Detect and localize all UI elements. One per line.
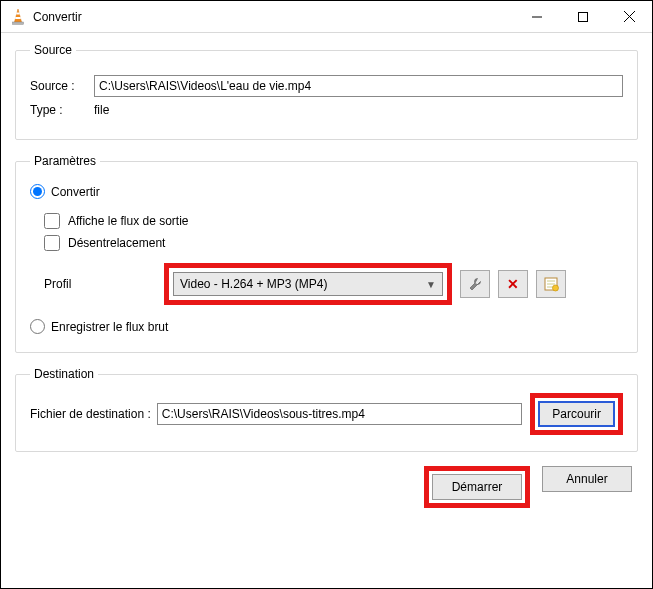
window-title: Convertir	[33, 10, 514, 24]
svg-rect-3	[13, 22, 24, 24]
svg-marker-0	[15, 9, 22, 22]
convert-radio-label: Convertir	[51, 185, 100, 199]
svg-point-12	[553, 285, 559, 291]
x-icon: ✕	[507, 276, 519, 292]
source-group: Source Source : Type : file	[15, 43, 638, 140]
dialog-footer: Démarrer Annuler	[15, 466, 638, 508]
settings-legend: Paramètres	[30, 154, 100, 168]
browse-button[interactable]: Parcourir	[538, 401, 615, 427]
title-bar: Convertir	[1, 1, 652, 33]
show-output-label: Affiche le flux de sortie	[68, 214, 189, 228]
convert-radio[interactable]	[30, 184, 45, 199]
profile-select[interactable]: Video - H.264 + MP3 (MP4) ▼	[173, 272, 443, 296]
profile-select-value: Video - H.264 + MP3 (MP4)	[180, 277, 328, 291]
raw-radio-label: Enregistrer le flux brut	[51, 320, 168, 334]
deinterlace-checkbox[interactable]	[44, 235, 60, 251]
destination-legend: Destination	[30, 367, 98, 381]
chevron-down-icon: ▼	[426, 279, 436, 290]
svg-rect-5	[579, 12, 588, 21]
close-button[interactable]	[606, 1, 652, 32]
type-label: Type :	[30, 103, 94, 117]
show-output-checkbox[interactable]	[44, 213, 60, 229]
new-profile-button[interactable]	[536, 270, 566, 298]
svg-rect-1	[16, 12, 20, 14]
destination-group: Destination Fichier de destination : Par…	[15, 367, 638, 452]
start-highlight: Démarrer	[424, 466, 530, 508]
start-button[interactable]: Démarrer	[432, 474, 522, 500]
wrench-icon	[467, 276, 483, 292]
profile-label: Profil	[44, 277, 164, 291]
type-value: file	[94, 103, 109, 117]
delete-profile-button[interactable]: ✕	[498, 270, 528, 298]
source-label: Source :	[30, 79, 94, 93]
vlc-cone-icon	[9, 8, 27, 26]
raw-radio[interactable]	[30, 319, 45, 334]
destination-file-input[interactable]	[157, 403, 523, 425]
source-legend: Source	[30, 43, 76, 57]
browse-highlight: Parcourir	[530, 393, 623, 435]
cancel-button[interactable]: Annuler	[542, 466, 632, 492]
edit-profile-button[interactable]	[460, 270, 490, 298]
settings-group: Paramètres Convertir Affiche le flux de …	[15, 154, 638, 353]
minimize-button[interactable]	[514, 1, 560, 32]
window-controls	[514, 1, 652, 32]
new-profile-icon	[543, 276, 559, 292]
deinterlace-label: Désentrelacement	[68, 236, 165, 250]
maximize-button[interactable]	[560, 1, 606, 32]
destination-file-label: Fichier de destination :	[30, 407, 151, 421]
source-input[interactable]	[94, 75, 623, 97]
profile-highlight: Video - H.264 + MP3 (MP4) ▼	[164, 263, 452, 305]
svg-rect-2	[15, 17, 21, 19]
